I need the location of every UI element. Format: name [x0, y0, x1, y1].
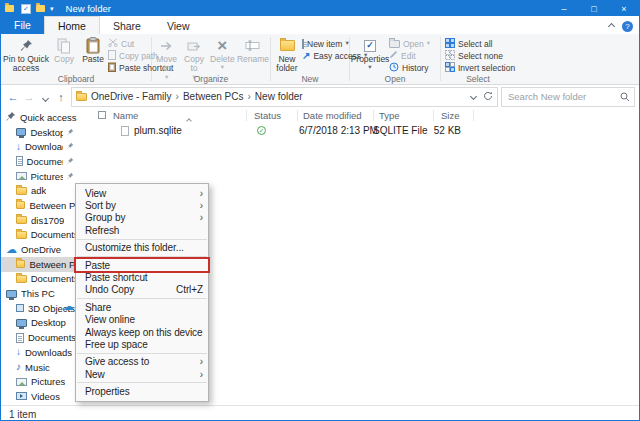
context-menu-item-refresh[interactable]: Refresh: [76, 224, 208, 236]
recent-locations-icon[interactable]: [37, 91, 53, 103]
sidebar-item-adk[interactable]: adk: [1, 183, 77, 198]
history-button[interactable]: History: [389, 62, 435, 73]
select-none-button[interactable]: Select none: [445, 50, 515, 61]
minimize-ribbon-icon[interactable]: [608, 23, 615, 30]
file-row-plum-sqlite[interactable]: plum.sqlite ✓ 6/7/2018 2:13 PM SQLITE Fi…: [77, 123, 639, 138]
properties-qat-icon[interactable]: ✓: [21, 4, 31, 14]
sidebar-item-desktop-pc[interactable]: Desktop: [1, 316, 77, 331]
up-button[interactable]: ↑: [53, 91, 69, 103]
delete-button[interactable]: × Delete ▾: [208, 36, 237, 71]
sidebar-item-documents-pc[interactable]: Documents: [1, 330, 77, 345]
pin-to-quick-access-button[interactable]: Pin to Quick access: [2, 36, 50, 74]
move-to-label: Move to: [153, 55, 180, 74]
sidebar-section-this-pc[interactable]: This PC: [1, 286, 77, 301]
sidebar-item-videos[interactable]: Videos: [1, 389, 77, 404]
column-header-date-modified[interactable]: Date modified: [303, 108, 362, 122]
column-header-name[interactable]: Name: [113, 108, 138, 122]
sidebar-item-dis1709[interactable]: dis1709: [1, 213, 77, 228]
breadcrumb-between-pcs[interactable]: Between PCs: [183, 91, 244, 102]
column-header-type[interactable]: Type: [379, 108, 400, 122]
context-menu-item-share[interactable]: ☁ Share: [76, 301, 208, 313]
menu-label: Properties: [85, 386, 130, 397]
sidebar-item-pictures[interactable]: Pictures: [1, 169, 77, 184]
context-menu-item-give-access-to[interactable]: Give access to ›: [76, 356, 208, 368]
open-button[interactable]: Open ▾: [389, 38, 435, 49]
search-input[interactable]: [506, 90, 620, 103]
new-folder-icon: [280, 40, 295, 51]
tab-file[interactable]: File: [1, 16, 44, 34]
properties-button[interactable]: ✓ Properties ▾: [351, 36, 389, 71]
sidebar-item-downloads-pc[interactable]: ↓ Downloads: [1, 345, 77, 360]
context-menu-item-paste[interactable]: Paste: [76, 259, 208, 271]
cut-label: Cut: [121, 39, 134, 49]
sidebar-item-downloads[interactable]: ↓ Downloads: [1, 139, 77, 154]
cut-button[interactable]: Cut: [108, 38, 150, 49]
folder-icon: [16, 231, 27, 239]
sidebar-item-between-pcs-onedrive[interactable]: Between PCs: [1, 257, 77, 272]
column-header-status[interactable]: Status: [254, 108, 281, 122]
maximize-button[interactable]: □: [579, 1, 609, 16]
tab-share[interactable]: Share: [100, 17, 154, 34]
breadcrumb-new-folder[interactable]: New folder: [255, 91, 303, 102]
context-menu: View › Sort by › Group by › Refresh Cust…: [75, 183, 209, 402]
sidebar-section-onedrive[interactable]: ☁ OneDrive: [1, 242, 77, 257]
copy-label: Copy: [54, 55, 74, 64]
context-menu-item-view[interactable]: View ›: [76, 187, 208, 199]
file-icon: [121, 126, 129, 136]
sidebar-item-documents-2[interactable]: Documents: [1, 228, 77, 243]
invert-selection-button[interactable]: Invert selection: [445, 62, 515, 73]
keyboard-shortcut: Ctrl+Z: [176, 284, 203, 295]
help-icon[interactable]: ?: [622, 21, 633, 32]
sidebar-label: Music: [25, 362, 50, 373]
context-menu-item-view-online[interactable]: View online: [76, 314, 208, 326]
context-menu-item-new[interactable]: New ›: [76, 368, 208, 380]
customize-qat-arrow-icon[interactable]: ▾: [50, 5, 54, 13]
copy-button[interactable]: Copy: [50, 36, 78, 64]
paste-button[interactable]: Paste: [78, 36, 108, 64]
context-menu-item-always-keep-on-this-device[interactable]: Always keep on this device: [76, 326, 208, 338]
new-item-button[interactable]: New item ▾: [302, 38, 348, 49]
sidebar-item-desktop[interactable]: Desktop: [1, 125, 77, 140]
context-menu-item-customize-this-folder[interactable]: Customize this folder...: [76, 242, 208, 254]
address-box[interactable]: OneDrive - Family › Between PCs › New fo…: [71, 87, 498, 107]
menu-label: Paste shortcut: [85, 272, 148, 283]
sidebar-item-pictures-pc[interactable]: Pictures: [1, 374, 77, 389]
tab-view[interactable]: View: [154, 17, 203, 34]
minimize-button[interactable]: –: [549, 1, 579, 16]
copy-path-button[interactable]: Copy path: [108, 50, 150, 61]
easy-access-button[interactable]: ↗ Easy access ▾: [302, 50, 348, 61]
sidebar-item-between-pcs[interactable]: Between PCs: [1, 198, 77, 213]
sidebar-item-local-disk-c[interactable]: Local Disk (C:): [1, 404, 77, 405]
paste-shortcut-button[interactable]: Paste shortcut: [108, 62, 150, 73]
context-menu-item-group-by[interactable]: Group by ›: [76, 212, 208, 224]
context-menu-item-sort-by[interactable]: Sort by ›: [76, 199, 208, 211]
explorer-window: ✓ ▾ New folder – □ × File Home Share Vie…: [0, 0, 640, 421]
context-menu-item-free-up-space[interactable]: Free up space: [76, 338, 208, 350]
address-dropdown-icon[interactable]: [470, 93, 477, 100]
context-menu-item-undo-copy[interactable]: Undo Copy Ctrl+Z: [76, 284, 208, 296]
search-icon[interactable]: [620, 88, 630, 106]
new-folder-button[interactable]: New folder: [272, 36, 302, 74]
sidebar-label: This PC: [21, 288, 55, 299]
select-all-checkbox[interactable]: [98, 111, 106, 119]
close-button[interactable]: ×: [609, 1, 639, 16]
sidebar-label: Downloads: [25, 347, 72, 358]
folder-qat-icon[interactable]: [36, 5, 45, 12]
tab-home[interactable]: Home: [44, 16, 100, 34]
refresh-icon[interactable]: [483, 91, 493, 103]
location-folder-icon: [76, 93, 87, 101]
select-all-button[interactable]: Select all: [445, 38, 515, 49]
column-header-size[interactable]: Size: [441, 108, 459, 122]
sidebar-item-music[interactable]: ♪ Music: [1, 360, 77, 375]
edit-button[interactable]: Edit: [389, 50, 435, 61]
forward-button[interactable]: →: [21, 91, 37, 103]
select-group-label: Select: [441, 74, 515, 84]
sidebar-item-documents-onedrive[interactable]: Documents: [1, 272, 77, 287]
context-menu-item-properties[interactable]: Properties: [76, 385, 208, 397]
rename-button[interactable]: Rename: [237, 36, 269, 64]
context-menu-item-paste-shortcut[interactable]: Paste shortcut: [76, 271, 208, 283]
breadcrumb-onedrive-family[interactable]: OneDrive - Family: [91, 91, 172, 102]
sidebar-item-documents[interactable]: Documents: [1, 154, 77, 169]
sidebar-section-quick-access[interactable]: Quick access: [1, 110, 77, 125]
back-button[interactable]: ←: [5, 91, 21, 103]
